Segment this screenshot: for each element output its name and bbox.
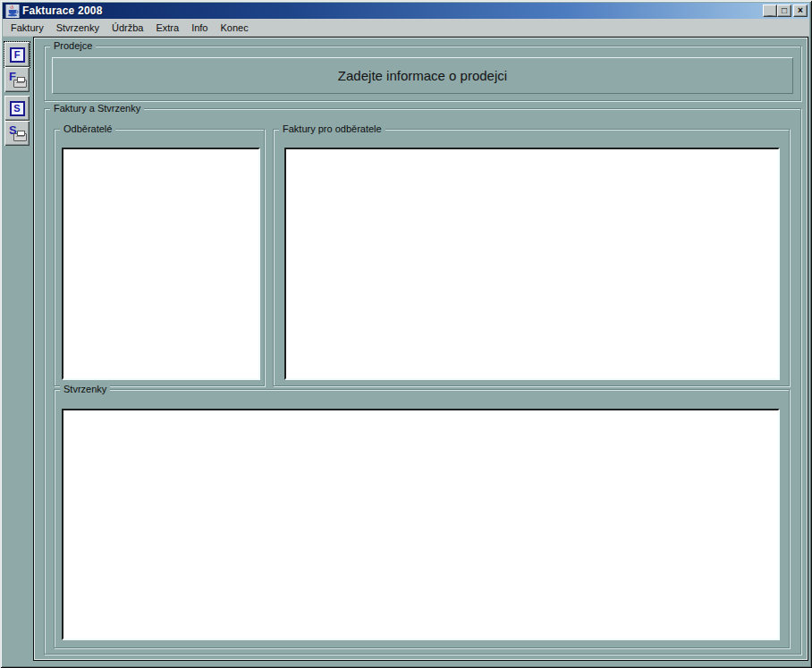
menu-info[interactable]: Info: [185, 21, 214, 35]
menu-faktury[interactable]: Faktury: [4, 21, 50, 35]
minimize-button[interactable]: _: [763, 4, 777, 17]
app-window: Fakturace 2008 _ □ × Faktury Stvrzenky Ú…: [0, 0, 812, 668]
toolbar-stvrzenky-print-button[interactable]: S: [4, 121, 30, 146]
group-faktury-a-stvrzenky: Faktury a Stvrzenky Odběratelé Faktury p…: [44, 108, 801, 655]
main-panel: Prodejce Zadejte informace o prodejci Fa…: [33, 37, 808, 661]
invoice-f-icon: F: [10, 47, 25, 63]
java-coffee-icon: [5, 4, 20, 18]
group-faktury-pro-odberatele: Faktury pro odběratele: [273, 129, 790, 386]
toolbar-stvrzenky-button[interactable]: S: [4, 96, 30, 121]
menubar: Faktury Stvrzenky Údržba Extra Info Kone…: [3, 19, 809, 37]
prodejce-message: Zadejte informace o prodejci: [338, 68, 507, 83]
receipt-print-icon: S: [7, 123, 27, 143]
stvrzenky-listbox[interactable]: [62, 409, 780, 640]
prodejce-message-panel: Zadejte informace o prodejci: [52, 57, 793, 94]
printer-icon: [13, 80, 27, 88]
menu-konec[interactable]: Konec: [215, 21, 255, 35]
odberatele-listbox[interactable]: [62, 148, 260, 380]
close-button[interactable]: ×: [793, 4, 808, 17]
toolbar-faktury-button[interactable]: F: [4, 42, 30, 67]
printer-icon: [13, 133, 27, 141]
content-area: F F S S Prodejce: [3, 37, 809, 665]
menu-stvrzenky[interactable]: Stvrzenky: [50, 21, 106, 35]
group-odberatele-label: Odběratelé: [60, 123, 115, 135]
group-odberatele: Odběratelé: [54, 129, 265, 386]
minimize-icon: _: [767, 9, 772, 17]
group-faktury-pro-odberatele-label: Faktury pro odběratele: [279, 123, 385, 135]
invoice-print-icon: F: [7, 70, 27, 89]
receipt-s-icon: S: [10, 101, 25, 116]
titlebar[interactable]: Fakturace 2008 _ □ ×: [3, 3, 809, 19]
maximize-button[interactable]: □: [777, 4, 791, 17]
left-toolbar: F F S S: [3, 37, 33, 665]
menu-extra[interactable]: Extra: [149, 21, 185, 35]
group-prodejce: Prodejce Zadejte informace o prodejci: [44, 46, 801, 101]
group-prodejce-label: Prodejce: [50, 39, 96, 52]
group-faktury-a-stvrzenky-label: Faktury a Stvrzenky: [50, 102, 144, 114]
faktury-pro-odberatele-listbox[interactable]: [284, 148, 780, 380]
window-title: Fakturace 2008: [22, 4, 103, 17]
menu-udrzba[interactable]: Údržba: [106, 21, 149, 35]
maximize-icon: □: [782, 6, 787, 15]
group-stvrzenky: Stvrzenky: [54, 389, 790, 648]
group-stvrzenky-label: Stvrzenky: [60, 383, 110, 395]
close-icon: ×: [798, 6, 803, 15]
toolbar-faktury-print-button[interactable]: F: [4, 67, 30, 92]
